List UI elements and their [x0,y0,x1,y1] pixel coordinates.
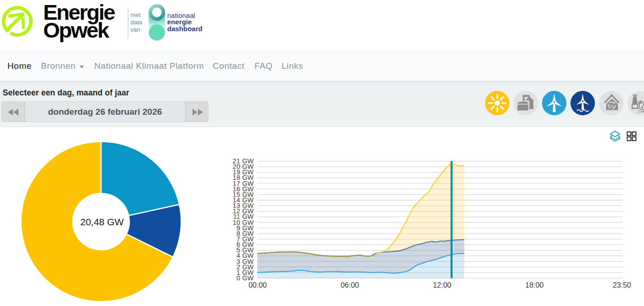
svg-text:06:00: 06:00 [340,281,359,289]
svg-text:20,48 GW: 20,48 GW [80,217,124,227]
svg-text:12:00: 12:00 [433,281,451,289]
svg-text:00:00: 00:00 [249,281,267,289]
svg-text:23:50: 23:50 [613,281,631,289]
svg-text:21 GW: 21 GW [232,157,254,165]
svg-text:18:00: 18:00 [525,281,543,289]
